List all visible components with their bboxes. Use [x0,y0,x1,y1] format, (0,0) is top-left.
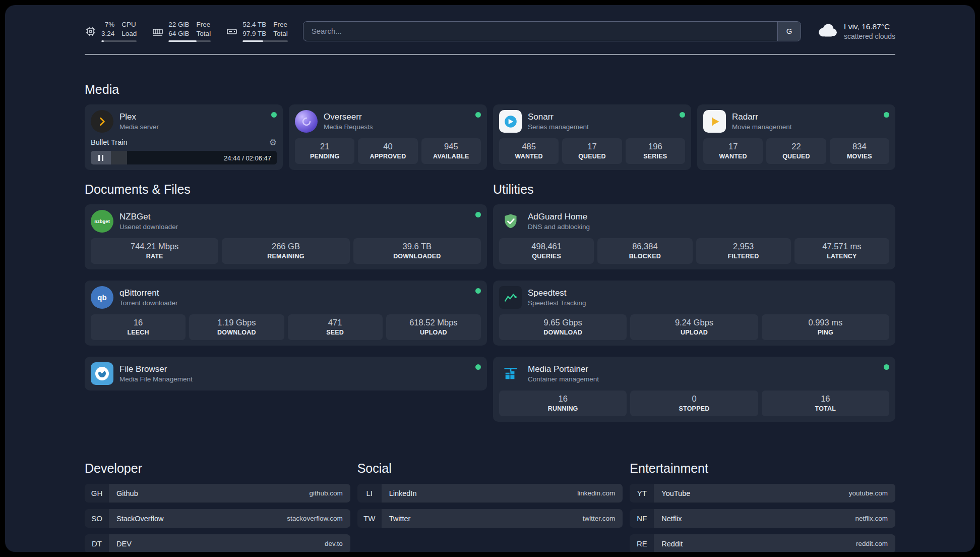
stat-value: 744.21 Mbps [92,242,217,251]
status-dot [884,364,889,370]
disk-icon [226,25,238,37]
stat-label: PENDING [296,153,353,160]
stat-total: 16 TOTAL [762,391,889,416]
stat-label: WANTED [501,153,557,160]
bookmark-netflix[interactable]: NF Netflix netflix.com [630,509,895,528]
stat-label: UPLOAD [632,329,756,336]
card-plex: Plex Media server Bullet Train ⚙ [85,104,283,170]
memory-progress-bar [168,40,211,42]
disk-free: 52.4 TB [242,20,266,29]
stat-label: QUEUED [564,153,620,160]
stat-remaining: 266 GB REMAINING [222,238,349,264]
stat-value: 471 [289,318,381,327]
stat-running: 16 RUNNING [499,391,627,416]
portainer-link[interactable]: Media Portainer Container management [499,362,889,385]
bookmark-stackoverflow[interactable]: SO StackOverflow stackoverflow.com [85,509,350,528]
status-dot [271,112,277,118]
plex-icon [91,110,113,133]
radarr-link[interactable]: Radarr Movie management [703,110,889,133]
stat-value: 266 GB [223,242,348,251]
sonarr-link[interactable]: Sonarr Series management [499,110,685,133]
stat-value: 9.24 Gbps [632,318,756,327]
bookmark-reddit[interactable]: RE Reddit reddit.com [630,534,895,552]
section-documents: Documents & Files nzbget NZBGet Usenet d… [85,182,487,433]
bookmarks-social: Social LI LinkedIn linkedin.com TW Twitt… [357,461,623,552]
stat-wanted: 485 WANTED [499,138,559,164]
plex-now-playing: Bullet Train ⚙ 24:44 / 02:06:47 [91,137,277,164]
bookmark-dev[interactable]: DT DEV dev.to [85,534,350,552]
stat-value: 196 [627,142,684,151]
memory-widget: 22 GiB Free 64 GiB Total [152,20,211,42]
search-engine-button[interactable]: G [777,22,801,41]
bookmark-url: stackoverflow.com [287,515,342,522]
filebrowser-link[interactable]: File Browser Media File Management [91,362,481,385]
service-title: Overseerr [324,112,373,122]
card-adguard: AdGuard Home DNS and adblocking 498,461 … [493,204,895,269]
bookmark-name: YouTube [661,489,690,497]
radarr-icon [703,110,726,133]
stat-pending: 21 PENDING [295,138,354,164]
stat-label: DOWNLOADED [355,253,479,260]
overseerr-link[interactable]: Overseerr Media Requests [295,110,481,133]
bookmark-linkedin[interactable]: LI LinkedIn linkedin.com [357,484,623,503]
speedtest-link[interactable]: Speedtest Speedtest Tracking [499,286,889,309]
bookmark-name: Netflix [661,515,682,523]
disk-progress-bar [242,40,288,42]
status-dot [884,112,889,118]
service-subtitle: Torrent downloader [119,299,178,307]
stat-value: 498,461 [501,242,592,251]
card-portainer: Media Portainer Container management 16 … [493,357,895,422]
search-bar: G [303,21,801,41]
stat-label: SEED [289,329,381,336]
cpu-label-top: CPU [121,20,137,29]
header-divider [85,54,895,55]
stat-upload: 9.24 Gbps UPLOAD [630,314,758,340]
filebrowser-icon [91,362,113,385]
stat-value: 618.52 Mbps [388,318,479,327]
status-dot [680,112,685,118]
nzbget-icon: nzbget [91,210,113,233]
adguard-link[interactable]: AdGuard Home DNS and adblocking [499,210,889,233]
bookmark-youtube[interactable]: YT YouTube youtube.com [630,484,895,503]
bookmark-name: Twitter [389,515,411,523]
stat-label: STOPPED [632,405,756,412]
playback-progress-bar[interactable]: 24:44 / 02:06:47 [91,151,277,164]
speedtest-icon [499,286,522,309]
cloud-icon [816,22,838,40]
bookmark-name: StackOverflow [116,515,163,523]
stat-value: 945 [423,142,479,151]
stat-wanted: 17 WANTED [703,138,763,164]
disk-label-bottom: Total [273,29,288,38]
stat-label: RUNNING [501,405,625,412]
service-subtitle: Media File Management [119,375,193,383]
service-subtitle: Speedtest Tracking [528,299,586,307]
stat-seed: 471 SEED [288,314,383,340]
bookmark-github[interactable]: GH Github github.com [85,484,350,503]
now-playing-title: Bullet Train [91,138,128,146]
stat-label: FILTERED [698,253,789,260]
bookmarks-developer: Developer GH Github github.com SO StackO… [85,461,350,552]
bookmark-url: github.com [310,489,343,497]
card-sonarr: Sonarr Series management 485 WANTED 17 Q… [493,104,691,170]
stat-label: LEECH [92,329,184,336]
nzbget-link[interactable]: nzbget NZBGet Usenet downloader [91,210,481,233]
bookmark-url: linkedin.com [577,489,615,497]
pause-button[interactable] [91,151,111,164]
stat-value: 834 [831,142,888,151]
stat-upload: 618.52 Mbps UPLOAD [386,314,481,340]
weather-widget: Lviv, 16.87°C scattered clouds [816,22,895,40]
plex-link[interactable]: Plex Media server [91,110,277,133]
bookmark-twitter[interactable]: TW Twitter twitter.com [357,509,623,528]
qbittorrent-link[interactable]: qb qBittorrent Torrent downloader [91,286,481,309]
stat-label: REMAINING [223,253,348,260]
cpu-icon [85,25,97,37]
stat-label: WANTED [705,153,761,160]
service-subtitle: Media Requests [324,123,373,131]
settings-gear-icon[interactable]: ⚙ [269,137,277,147]
search-input[interactable] [303,21,801,41]
weather-condition: scattered clouds [844,32,895,40]
bookmark-abbr: SO [85,509,109,528]
stat-label: BLOCKED [599,253,691,260]
memory-label-bottom: Total [197,29,211,38]
bookmark-name: Github [116,489,138,497]
